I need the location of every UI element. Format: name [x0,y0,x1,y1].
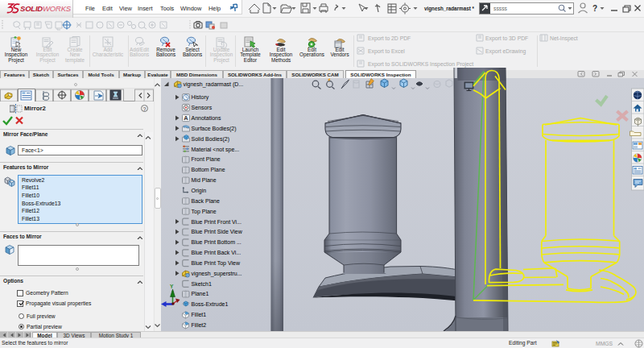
svg-text:Blue Print Top View: Blue Print Top View [192,260,241,267]
svg-text:Origin: Origin [192,188,207,194]
svg-text:Sketch1: Sketch1 [192,281,212,287]
svg-text:Fillet2: Fillet2 [192,322,207,328]
svg-text:Mid Plane: Mid Plane [192,177,217,183]
svg-text:Blue Print Front Vi...: Blue Print Front Vi... [192,219,242,225]
svg-text:Boss-Extrude1: Boss-Extrude1 [192,301,229,307]
svg-text:Top Plane: Top Plane [192,209,217,215]
svg-text:Fillet1: Fillet1 [192,312,207,317]
svg-text:Front Plane: Front Plane [192,156,221,162]
svg-text:Back Plane: Back Plane [192,198,221,204]
svg-text:Y: Y [170,284,174,289]
svg-text:Annotations: Annotations [192,115,221,121]
svg-text:vignesh_superstru...: vignesh_superstru... [192,271,242,277]
svg-text:Bottom Plane: Bottom Plane [192,167,225,172]
svg-text:?: ? [592,4,597,13]
svg-text:vignesh_radarmast *: vignesh_radarmast * [424,6,474,12]
svg-text:Solid Bodies(2): Solid Bodies(2) [192,136,229,143]
svg-text:Blue Print Bottom ...: Blue Print Bottom ... [192,239,242,245]
svg-text:Net-Inspect: Net-Inspect [550,35,578,42]
svg-text:Plane1: Plane1 [192,291,209,296]
svg-text:Export to 2D PDF: Export to 2D PDF [368,35,411,42]
svg-text:Export to 3D PDF: Export to 3D PDF [485,35,528,42]
svg-text:Material <not spe...: Material <not spe... [192,147,240,153]
svg-text:Export to SOLIDWORKS Inspectio: Export to SOLIDWORKS Inspection Project [368,61,473,68]
svg-text:Blue Print Side View: Blue Print Side View [192,229,243,234]
svg-text:Surface Bodies(2): Surface Bodies(2) [192,126,237,132]
svg-text:History: History [192,94,209,101]
svg-text:Sensors: Sensors [192,105,213,110]
svg-text:Blue Print Back Vi...: Blue Print Back Vi... [192,250,242,255]
svg-text:vignesh_radarmast (D...: vignesh_radarmast (D... [184,81,244,88]
svg-text:Export eDrawing: Export eDrawing [485,48,526,55]
svg-text:Export to Excel: Export to Excel [368,48,405,55]
